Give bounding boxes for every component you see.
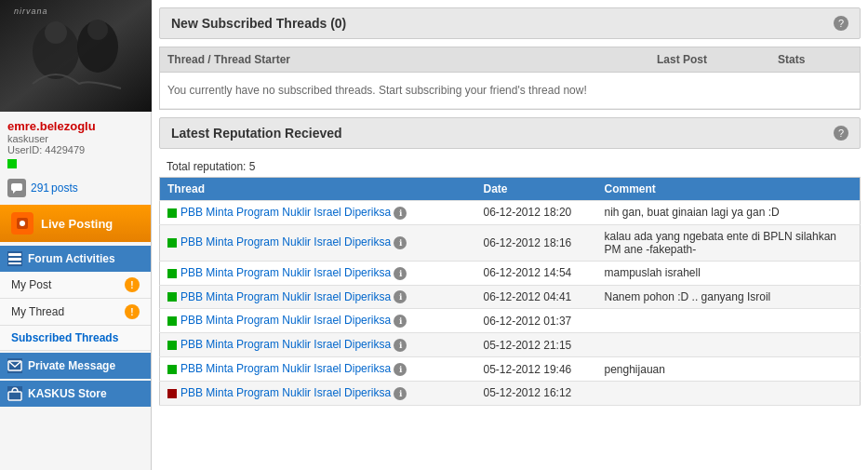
my-post-badge: ! <box>125 277 140 292</box>
svg-rect-12 <box>8 258 21 261</box>
thread-link[interactable]: PBB Minta Program Nuklir Israel Diperiks… <box>180 235 391 248</box>
subscribed-threads-header: New Subscribed Threads (0) ? <box>159 7 861 39</box>
user-info: emre.belezoglu kaskuser UserID: 4429479 <box>0 112 151 175</box>
user-id: UserID: 4429479 <box>7 144 143 155</box>
rep-col-date: Date <box>476 178 597 201</box>
thread-link[interactable]: PBB Minta Program Nuklir Israel Diperiks… <box>180 362 391 375</box>
thread-info-icon[interactable]: ℹ <box>394 339 407 352</box>
rep-date-cell: 06-12-2012 18:20 <box>476 201 597 225</box>
thread-link[interactable]: PBB Minta Program Nuklir Israel Diperiks… <box>180 386 391 399</box>
sidebar-item-my-post[interactable]: My Post ! <box>0 272 151 299</box>
forum-activities-icon <box>7 251 22 266</box>
svg-rect-11 <box>8 253 21 256</box>
green-indicator <box>167 292 177 302</box>
red-indicator <box>167 389 177 398</box>
thread-info-icon[interactable]: ℹ <box>394 290 407 303</box>
forum-activities-label: Forum Activities <box>28 252 115 265</box>
posts-count: 291 <box>31 181 49 195</box>
rep-table-row: PBB Minta Program Nuklir Israel Diperiks… <box>160 201 861 225</box>
rep-comment-cell <box>597 333 861 357</box>
rep-thread-cell: PBB Minta Program Nuklir Israel Diperiks… <box>160 201 476 225</box>
online-indicator <box>7 159 17 168</box>
reputation-header: Latest Reputation Recieved ? <box>159 117 861 149</box>
green-indicator <box>167 208 177 218</box>
rep-comment-cell: kalau ada yang ngebata ente di BPLN sila… <box>597 224 861 261</box>
rep-date-cell: 05-12-2012 16:12 <box>476 381 597 405</box>
posts-row: 291 posts <box>0 175 151 201</box>
thread-info-icon[interactable]: ℹ <box>394 207 407 220</box>
thread-link[interactable]: PBB Minta Program Nuklir Israel Diperiks… <box>180 266 391 279</box>
green-indicator <box>167 238 177 248</box>
svg-point-10 <box>20 221 25 226</box>
rep-comment-cell <box>597 381 861 405</box>
subscribed-threads-help-icon[interactable]: ? <box>834 16 848 31</box>
svg-point-6 <box>87 20 108 40</box>
thread-link[interactable]: PBB Minta Program Nuklir Israel Diperiks… <box>180 314 391 327</box>
live-posting-icon <box>11 212 33 235</box>
thread-info-icon[interactable]: ℹ <box>394 315 407 328</box>
svg-point-5 <box>45 21 67 44</box>
reputation-table: Thread Date Comment PBB Minta Program Nu… <box>159 177 861 406</box>
thread-info-icon[interactable]: ℹ <box>394 267 407 280</box>
rep-date-cell: 06-12-2012 18:16 <box>476 224 597 261</box>
rep-table-row: PBB Minta Program Nuklir Israel Diperiks… <box>160 333 861 357</box>
rep-table-row: PBB Minta Program Nuklir Israel Diperiks… <box>160 285 861 309</box>
user-role: kaskuser <box>7 133 143 144</box>
private-message-label: Private Message <box>28 359 115 372</box>
private-message-section: Private Message <box>0 353 151 379</box>
live-posting-label: Live Posting <box>41 217 113 231</box>
reputation-title: Latest Reputation Recieved <box>171 126 342 141</box>
rep-thread-cell: PBB Minta Program Nuklir Israel Diperiks… <box>160 357 476 382</box>
posts-label: posts <box>51 181 78 195</box>
forum-activities-section: Forum Activities <box>0 246 151 272</box>
my-post-label: My Post <box>11 278 51 291</box>
svg-marker-8 <box>13 191 16 194</box>
green-indicator <box>167 269 177 278</box>
sidebar: nirvana emre.belezoglu kaskuser UserID: … <box>0 0 152 470</box>
live-posting-button[interactable]: Live Posting <box>0 205 151 242</box>
username: emre.belezoglu <box>7 119 143 133</box>
green-indicator <box>167 341 177 350</box>
thread-info-icon[interactable]: ℹ <box>394 236 407 249</box>
reputation-help-icon[interactable]: ? <box>834 126 848 141</box>
rep-date-cell: 06-12-2012 01:37 <box>476 309 597 333</box>
my-thread-badge: ! <box>125 304 140 319</box>
rep-table-row: PBB Minta Program Nuklir Israel Diperiks… <box>160 381 861 405</box>
rep-date-cell: 05-12-2012 21:15 <box>476 333 597 357</box>
rep-table-row: PBB Minta Program Nuklir Israel Diperiks… <box>160 309 861 333</box>
kaskus-store-section: KASKUS Store <box>0 381 151 407</box>
thread-link[interactable]: PBB Minta Program Nuklir Israel Diperiks… <box>180 338 391 351</box>
kaskus-store-icon <box>7 386 22 401</box>
rep-comment-cell: penghijauan <box>597 357 861 382</box>
rep-table-row: PBB Minta Program Nuklir Israel Diperiks… <box>160 261 861 285</box>
sidebar-item-subscribed-threads[interactable]: Subscribed Threads <box>0 326 151 351</box>
thread-link[interactable]: PBB Minta Program Nuklir Israel Diperiks… <box>180 290 391 303</box>
rep-thread-cell: PBB Minta Program Nuklir Israel Diperiks… <box>160 309 476 333</box>
rep-comment-cell <box>597 309 861 333</box>
subscribed-threads-title: New Subscribed Threads (0) <box>171 16 346 31</box>
thread-table-header: Thread / Thread Starter Last Post Stats <box>160 47 860 73</box>
rep-thread-cell: PBB Minta Program Nuklir Israel Diperiks… <box>160 261 476 285</box>
svg-rect-13 <box>8 262 21 264</box>
rep-comment-cell: Nanem pohon :D .. ganyang Isroil <box>597 285 861 309</box>
rep-col-thread: Thread <box>160 178 476 201</box>
kaskus-store-label: KASKUS Store <box>28 387 107 400</box>
sidebar-item-my-thread[interactable]: My Thread ! <box>0 299 151 326</box>
rep-table-header-row: Thread Date Comment <box>160 178 861 201</box>
rep-thread-cell: PBB Minta Program Nuklir Israel Diperiks… <box>160 333 476 357</box>
thread-info-icon[interactable]: ℹ <box>394 387 407 400</box>
rep-comment-cell: mampuslah israhell <box>597 261 861 285</box>
svg-rect-7 <box>11 183 22 191</box>
rep-thread-cell: PBB Minta Program Nuklir Israel Diperiks… <box>160 285 476 309</box>
main-content: New Subscribed Threads (0) ? Thread / Th… <box>152 0 868 470</box>
thread-link[interactable]: PBB Minta Program Nuklir Israel Diperiks… <box>180 206 391 219</box>
subscribed-threads-table: Thread / Thread Starter Last Post Stats … <box>159 47 861 110</box>
col-stats: Stats <box>778 53 852 66</box>
my-thread-label: My Thread <box>11 305 64 318</box>
svg-rect-15 <box>8 392 21 400</box>
rep-date-cell: 05-12-2012 19:46 <box>476 357 597 382</box>
bubble-icon <box>7 179 26 197</box>
green-indicator <box>167 365 177 374</box>
col-thread-starter: Thread / Thread Starter <box>167 53 657 66</box>
thread-info-icon[interactable]: ℹ <box>394 363 407 376</box>
